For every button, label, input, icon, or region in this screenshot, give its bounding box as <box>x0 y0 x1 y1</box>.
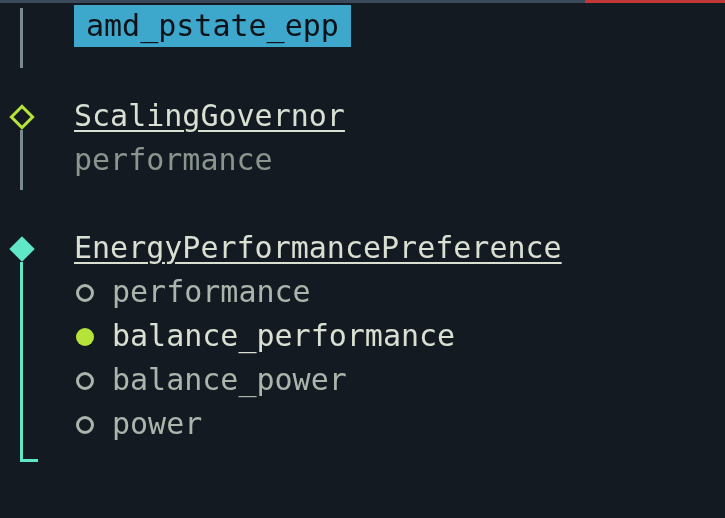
scaling-governor-value: performance <box>74 138 273 182</box>
section-title-epp[interactable]: EnergyPerformancePreference <box>74 226 562 270</box>
panel-top-border-accent <box>585 0 725 3</box>
selected-driver-item[interactable]: amd_pstate_epp <box>74 5 351 47</box>
tree-line <box>20 8 23 68</box>
tree-line <box>20 130 23 190</box>
section-marker-diamond-outline-icon <box>9 104 34 129</box>
radio-empty-icon[interactable] <box>76 284 94 302</box>
radio-filled-icon[interactable] <box>76 328 94 346</box>
radio-empty-icon[interactable] <box>76 416 94 434</box>
selected-driver-label: amd_pstate_epp <box>86 4 339 48</box>
section-marker-diamond-solid-icon <box>9 236 34 261</box>
tree-line-active <box>20 262 23 462</box>
section-title-scaling-governor[interactable]: ScalingGovernor <box>74 94 345 138</box>
epp-option-balance-performance[interactable]: balance_performance <box>112 314 455 358</box>
epp-option-power[interactable]: power <box>112 402 202 446</box>
epp-option-balance-power[interactable]: balance_power <box>112 358 347 402</box>
config-tree-panel: amd_pstate_epp ScalingGovernor performan… <box>0 0 725 518</box>
radio-empty-icon[interactable] <box>76 372 94 390</box>
epp-option-performance[interactable]: performance <box>112 270 311 314</box>
tree-line-end <box>20 459 38 462</box>
